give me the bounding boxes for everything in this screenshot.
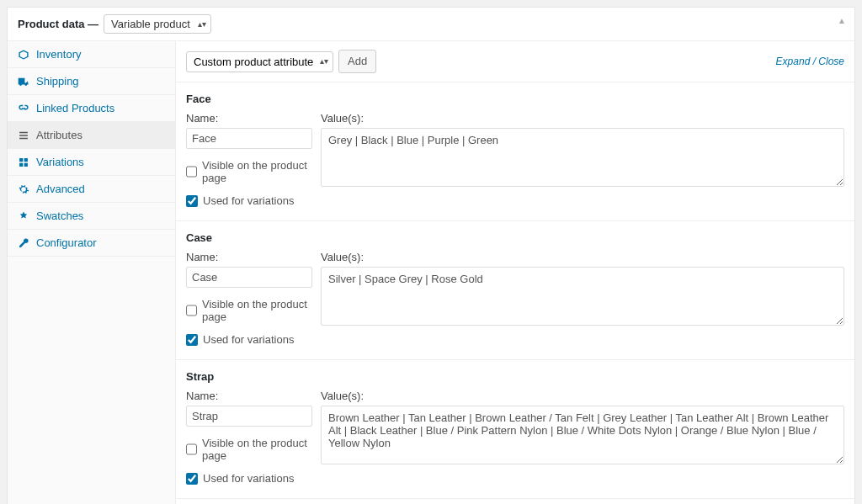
- used-for-variations-checkbox[interactable]: [186, 473, 198, 485]
- attributes-footer: Save attributes Expand / Close: [176, 499, 854, 504]
- variations-checkbox-row: Used for variations: [186, 194, 312, 207]
- tab-configurator: Configurator: [8, 230, 175, 257]
- tab-label: Swatches: [36, 210, 83, 222]
- visible-checkbox-row: Visible on the product page: [186, 298, 312, 323]
- visible-checkbox[interactable]: [186, 443, 197, 455]
- tab-attributes: Attributes: [8, 122, 175, 149]
- swatches-icon: [18, 210, 29, 222]
- visible-label: Visible on the product page: [202, 437, 312, 462]
- panel-title: Product data —: [18, 18, 98, 30]
- tab-label: Inventory: [36, 48, 81, 61]
- product-type-select[interactable]: Variable product: [104, 14, 211, 34]
- visible-label: Visible on the product page: [202, 159, 312, 184]
- attribute-block-face: Face Name: Visible on the product page U…: [176, 82, 854, 221]
- variations-checkbox-row: Used for variations: [186, 333, 312, 346]
- name-label: Name:: [186, 390, 312, 402]
- configurator-icon: [18, 237, 29, 249]
- variations-label: Used for variations: [203, 333, 294, 346]
- tab-label: Variations: [36, 156, 84, 168]
- linked-products-icon: [18, 103, 29, 114]
- panel-collapse-icon[interactable]: ▲: [838, 16, 846, 25]
- used-for-variations-checkbox[interactable]: [186, 334, 198, 346]
- values-label: Value(s):: [321, 251, 844, 263]
- visible-checkbox-row: Visible on the product page: [186, 437, 312, 462]
- product-data-panel: Product data — Variable product ▴▾ ▲ Inv…: [7, 7, 855, 504]
- name-label: Name:: [186, 112, 312, 125]
- panel-body: Inventory Shipping Linked Products Attri…: [8, 41, 854, 504]
- attributes-content: Custom product attribute ▴▾ Add Expand /…: [176, 41, 854, 504]
- attribute-name-input[interactable]: [186, 267, 312, 288]
- variations-label: Used for variations: [203, 194, 294, 207]
- attribute-name-input[interactable]: [186, 406, 312, 427]
- attribute-title: Face: [186, 82, 844, 112]
- tab-label: Attributes: [36, 129, 82, 141]
- inventory-icon: [18, 49, 29, 61]
- tab-label: Advanced: [36, 183, 85, 195]
- tab-inventory: Inventory: [8, 41, 175, 68]
- attribute-block-strap: Strap Name: Visible on the product page …: [176, 360, 854, 499]
- tab-label: Configurator: [36, 236, 97, 249]
- attributes-icon: [18, 130, 29, 141]
- product-data-tabs: Inventory Shipping Linked Products Attri…: [8, 41, 176, 504]
- visible-label: Visible on the product page: [202, 298, 312, 323]
- attribute-type-select[interactable]: Custom product attribute: [186, 51, 333, 72]
- variations-label: Used for variations: [203, 472, 294, 485]
- attribute-title: Case: [186, 221, 844, 251]
- attributes-toolbar: Custom product attribute ▴▾ Add Expand /…: [176, 41, 854, 82]
- tab-label: Shipping: [36, 75, 79, 88]
- add-attribute-button[interactable]: Add: [338, 50, 376, 73]
- attribute-values-textarea[interactable]: [321, 128, 844, 187]
- values-label: Value(s):: [321, 390, 844, 402]
- visible-checkbox[interactable]: [186, 166, 197, 178]
- panel-header: Product data — Variable product ▴▾ ▲: [8, 8, 854, 41]
- attribute-title: Strap: [186, 360, 844, 390]
- variations-icon: [18, 157, 29, 168]
- attribute-values-textarea[interactable]: [321, 406, 844, 464]
- tab-linked-products: Linked Products: [8, 95, 175, 122]
- visible-checkbox[interactable]: [186, 305, 197, 316]
- name-label: Name:: [186, 251, 312, 263]
- tab-shipping: Shipping: [8, 68, 175, 95]
- attribute-block-case: Case Name: Visible on the product page U…: [176, 221, 854, 360]
- visible-checkbox-row: Visible on the product page: [186, 159, 312, 184]
- shipping-icon: [18, 76, 29, 88]
- attribute-name-input[interactable]: [186, 128, 312, 149]
- variations-checkbox-row: Used for variations: [186, 472, 312, 485]
- tab-variations: Variations: [8, 149, 175, 176]
- tab-advanced: Advanced: [8, 176, 175, 203]
- values-label: Value(s):: [321, 112, 844, 125]
- used-for-variations-checkbox[interactable]: [186, 195, 198, 207]
- tab-label: Linked Products: [36, 102, 114, 114]
- expand-collapse-link[interactable]: Expand / Close: [776, 56, 844, 67]
- advanced-icon: [18, 183, 29, 195]
- tab-swatches: Swatches: [8, 203, 175, 230]
- attribute-values-textarea[interactable]: [321, 267, 844, 326]
